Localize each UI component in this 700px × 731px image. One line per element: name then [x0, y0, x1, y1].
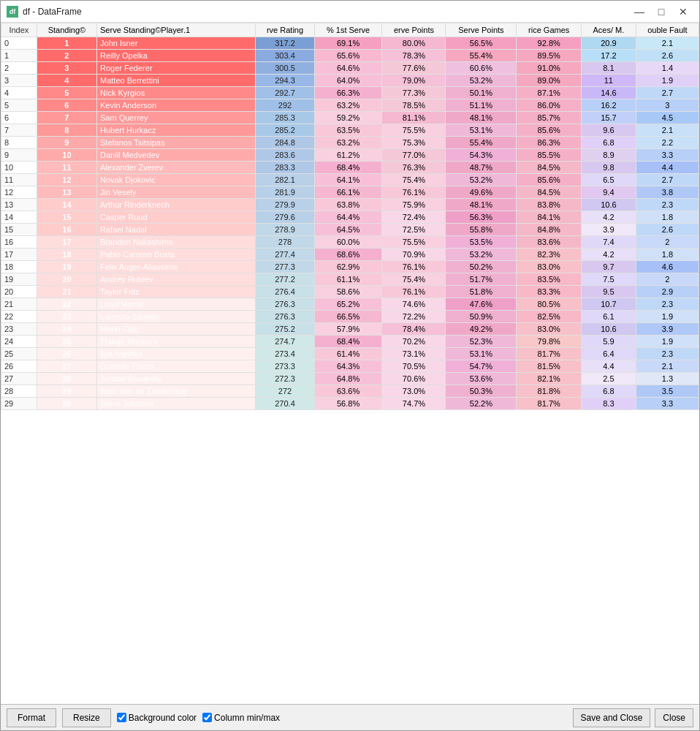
cell-aces: 14.6 [582, 87, 636, 99]
cell-standing: 10 [37, 149, 96, 162]
cell-pricegames: 84.5% [517, 186, 582, 199]
table-body: 0 1 John Isner 317.2 69.1% 80.0% 56.5% 9… [1, 37, 699, 410]
cell-standing: 7 [37, 112, 96, 124]
cell-df: 1.3 [636, 373, 699, 385]
cell-index: 15 [1, 224, 37, 236]
table-container[interactable]: Index Standing© Serve Standing©Player.1 … [1, 23, 699, 704]
cell-index: 16 [1, 236, 37, 249]
cell-servepoints2: 53.6% [446, 373, 517, 385]
save-close-button[interactable]: Save and Close [573, 708, 651, 727]
cell-aces: 20.9 [582, 37, 636, 50]
cell-aces: 4.2 [582, 211, 636, 224]
cell-rating: 300.5 [256, 62, 314, 75]
window-title: df - DataFrame [23, 7, 82, 17]
cell-aces: 8.1 [582, 62, 636, 75]
cell-servepoints1: 72.2% [382, 311, 446, 323]
bg-color-check-label[interactable]: Background color [117, 713, 197, 723]
cell-index: 26 [1, 360, 37, 373]
table-row: 11 12 Novak Djokovic 282.1 64.1% 75.4% 5… [1, 174, 699, 186]
resize-button[interactable]: Resize [62, 708, 111, 727]
table-row: 20 21 Taylor Fritz 276.4 58.6% 76.1% 51.… [1, 286, 699, 298]
cell-servepoints1: 70.2% [382, 336, 446, 348]
table-row: 26 27 Dominic Thiem 273.3 64.3% 70.5% 54… [1, 360, 699, 373]
cell-servepoints2: 55.8% [446, 224, 517, 236]
cell-pricegames: 91.0% [517, 62, 582, 75]
cell-pricegames: 86.0% [517, 99, 582, 112]
cell-pct1st: 68.6% [314, 249, 382, 261]
col-header-servepoints2: Serve Points [446, 23, 517, 37]
cell-aces: 15.7 [582, 112, 636, 124]
minimize-button[interactable]: — [629, 4, 650, 19]
cell-pct1st: 63.6% [314, 385, 382, 398]
cell-name: Andrey Rublev [97, 273, 256, 286]
cell-standing: 3 [37, 62, 96, 75]
cell-aces: 4.4 [582, 360, 636, 373]
table-row: 0 1 John Isner 317.2 69.1% 80.0% 56.5% 9… [1, 37, 699, 50]
cell-pct1st: 59.2% [314, 112, 382, 124]
cell-index: 19 [1, 273, 37, 286]
cell-pricegames: 79.8% [517, 336, 582, 348]
cell-pricegames: 86.3% [517, 137, 582, 149]
cell-servepoints1: 75.4% [382, 174, 446, 186]
format-button[interactable]: Format [7, 708, 56, 727]
cell-servepoints2: 50.1% [446, 87, 517, 99]
table-row: 19 20 Andrey Rublev 277.2 61.1% 75.4% 51… [1, 273, 699, 286]
maximize-button[interactable]: □ [651, 4, 672, 19]
table-row: 13 14 Arthur Rinderknech 279.9 63.8% 75.… [1, 199, 699, 211]
cell-pricegames: 84.1% [517, 211, 582, 224]
cell-rating: 283.6 [256, 149, 314, 162]
cell-rating: 275.2 [256, 323, 314, 336]
cell-rating: 292.7 [256, 87, 314, 99]
cell-index: 24 [1, 336, 37, 348]
cell-index: 17 [1, 249, 37, 261]
cell-pct1st: 65.6% [314, 50, 382, 62]
cell-servepoints2: 49.6% [446, 186, 517, 199]
cell-index: 11 [1, 174, 37, 186]
cell-aces: 10.7 [582, 298, 636, 311]
col-header-pct1st: % 1st Serve [314, 23, 382, 37]
cell-index: 0 [1, 37, 37, 50]
cell-name: Casper Ruud [97, 211, 256, 224]
cell-pct1st: 65.2% [314, 298, 382, 311]
cell-df: 1.9 [636, 336, 699, 348]
cell-aces: 16.2 [582, 99, 636, 112]
cell-rating: 274.7 [256, 336, 314, 348]
cell-aces: 9.5 [582, 286, 636, 298]
bg-color-label: Background color [129, 713, 197, 723]
cell-df: 3.5 [636, 385, 699, 398]
cell-pricegames: 82.3% [517, 249, 582, 261]
col-minmax-check-label[interactable]: Column min/max [202, 713, 280, 723]
footer-right: Save and Close Close [573, 708, 693, 727]
col-header-standing: Standing© [37, 23, 96, 37]
cell-index: 27 [1, 373, 37, 385]
cell-servepoints2: 54.3% [446, 149, 517, 162]
close-button[interactable]: Close [655, 708, 693, 727]
cell-aces: 6.5 [582, 174, 636, 186]
table-row: 5 6 Kevin Anderson 292 63.2% 78.5% 51.1%… [1, 99, 699, 112]
cell-name: Ilya Ivashka [97, 348, 256, 360]
cell-pricegames: 80.5% [517, 298, 582, 311]
cell-servepoints2: 60.6% [446, 62, 517, 75]
cell-df: 3 [636, 99, 699, 112]
col-header-index: Index [1, 23, 37, 37]
cell-servepoints2: 56.3% [446, 211, 517, 224]
cell-df: 4.6 [636, 261, 699, 273]
cell-standing: 25 [37, 336, 96, 348]
col-minmax-checkbox[interactable] [202, 713, 212, 722]
table-row: 2 3 Roger Federer 300.5 64.6% 77.6% 60.6… [1, 62, 699, 75]
cell-servepoints2: 49.2% [446, 323, 517, 336]
cell-standing: 22 [37, 298, 96, 311]
cell-aces: 6.8 [582, 385, 636, 398]
cell-servepoints1: 70.5% [382, 360, 446, 373]
cell-df: 2.3 [636, 199, 699, 211]
bg-color-checkbox[interactable] [117, 713, 126, 722]
cell-standing: 19 [37, 261, 96, 273]
cell-rating: 272.3 [256, 373, 314, 385]
cell-index: 23 [1, 323, 37, 336]
cell-pct1st: 63.5% [314, 124, 382, 137]
cell-name: John Isner [97, 37, 256, 50]
cell-index: 2 [1, 62, 37, 75]
cell-name: Nick Kyrgios [97, 87, 256, 99]
close-window-button[interactable]: ✕ [673, 4, 693, 19]
cell-rating: 273.3 [256, 360, 314, 373]
